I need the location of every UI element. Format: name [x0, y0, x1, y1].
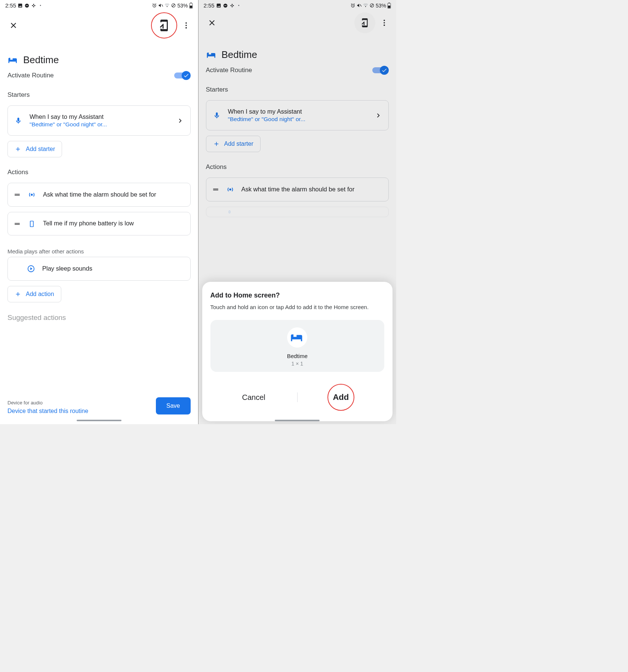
more-button[interactable] [177, 16, 195, 34]
svg-rect-29 [232, 4, 233, 5]
shortcut-preview[interactable]: Bedtime 1 × 1 [210, 320, 385, 372]
bed-icon [206, 49, 217, 61]
action-card-partial[interactable] [206, 207, 389, 217]
svg-rect-20 [15, 223, 20, 224]
screen-left: 2:55 • 53% [0, 0, 198, 424]
alarm-icon [350, 3, 355, 8]
svg-point-14 [185, 22, 187, 24]
svg-point-39 [384, 20, 385, 21]
svg-point-33 [365, 6, 366, 7]
phone-icon [225, 210, 234, 213]
cancel-button[interactable]: Cancel [210, 389, 297, 406]
mic-icon [212, 112, 221, 119]
add-starter-button[interactable]: Add starter [206, 136, 261, 152]
broadcast-icon [226, 185, 235, 194]
close-button[interactable] [203, 14, 221, 32]
dnd-icon [24, 3, 30, 8]
action-text: Tell me if my phone battery is low [43, 220, 184, 227]
dialog-title: Add to Home screen? [210, 292, 385, 299]
svg-point-19 [31, 194, 33, 196]
svg-point-41 [384, 25, 385, 26]
activate-row[interactable]: Activate Routine [7, 71, 191, 80]
bed-icon [7, 55, 19, 66]
device-value[interactable]: Device that started this routine [7, 408, 88, 414]
save-button[interactable]: Save [156, 397, 190, 414]
phone-icon [27, 220, 36, 228]
status-bar: 2:55 • 53% [198, 0, 397, 10]
battery-icon [189, 3, 193, 8]
routine-title-row: Bedtime [206, 49, 389, 61]
drag-handle-icon[interactable] [14, 191, 21, 198]
app-bar [0, 10, 198, 41]
close-button[interactable] [4, 16, 22, 34]
actions-heading: Actions [7, 169, 191, 176]
svg-rect-2 [32, 5, 34, 6]
wifi-icon [164, 3, 170, 8]
add-to-home-button[interactable] [354, 12, 375, 33]
svg-rect-17 [15, 194, 20, 195]
app-bar [198, 10, 397, 36]
drag-handle-icon[interactable] [14, 221, 21, 227]
svg-rect-26 [224, 5, 227, 6]
starters-heading: Starters [7, 91, 191, 99]
mute-icon [158, 3, 163, 8]
routine-name: Bedtime [222, 49, 257, 61]
slack-icon [230, 3, 235, 8]
svg-rect-43 [213, 190, 218, 191]
svg-line-35 [370, 4, 373, 7]
nav-handle[interactable] [77, 420, 121, 421]
mute-icon [357, 3, 362, 8]
starter-subtitle: "Bedtime" or "Good night" or... [228, 116, 368, 123]
svg-rect-21 [15, 224, 20, 225]
svg-point-8 [167, 6, 167, 7]
more-button[interactable] [375, 14, 393, 32]
add-button[interactable]: Add [298, 380, 384, 414]
svg-rect-12 [190, 3, 191, 3]
add-to-home-button[interactable] [151, 12, 177, 38]
block-icon [369, 3, 375, 8]
activate-toggle[interactable] [174, 71, 191, 80]
mic-icon [14, 117, 23, 124]
svg-line-7 [162, 4, 163, 7]
svg-rect-4 [33, 4, 34, 5]
svg-point-40 [384, 22, 385, 24]
battery-icon [387, 3, 391, 8]
svg-rect-5 [33, 6, 34, 7]
chevron-right-icon [374, 111, 382, 120]
action-card-alarm[interactable]: Ask what time the alarm should be set fo… [7, 183, 191, 207]
add-action-button[interactable]: Add action [7, 286, 61, 302]
starter-title: When I say to my Assistant [228, 108, 368, 115]
media-text: Play sleep sounds [42, 265, 184, 272]
svg-line-10 [172, 4, 175, 7]
wifi-icon [363, 3, 368, 8]
routine-title-row: Bedtime [7, 54, 191, 66]
action-card-alarm[interactable]: Ask what time the alarm should be set fo… [206, 178, 389, 201]
dot-icon: • [236, 3, 241, 8]
add-home-dialog: Add to Home screen? Touch and hold an ic… [202, 282, 393, 421]
starter-title: When I say to my Assistant [30, 113, 169, 120]
svg-rect-37 [388, 3, 390, 3]
starter-card[interactable]: When I say to my Assistant "Bedtime" or … [7, 105, 191, 136]
activate-row[interactable]: Activate Routine [206, 66, 389, 75]
nav-handle[interactable] [275, 420, 320, 421]
svg-rect-42 [213, 189, 218, 189]
starter-card[interactable]: When I say to my Assistant "Bedtime" or … [206, 100, 389, 130]
dialog-message: Touch and hold an icon or tap Add to add… [210, 304, 385, 310]
svg-rect-1 [26, 5, 28, 6]
image-icon [216, 3, 221, 8]
drag-handle-icon[interactable] [212, 186, 219, 193]
battery-text: 53% [376, 3, 386, 9]
svg-rect-18 [15, 195, 20, 196]
play-icon [27, 265, 36, 273]
routine-name: Bedtime [23, 54, 59, 66]
status-time: 2:55 [5, 2, 16, 9]
action-card-battery[interactable]: Tell me if my phone battery is low [7, 212, 191, 235]
action-text: Ask what time the alarm should be set fo… [241, 186, 383, 193]
activate-toggle[interactable] [372, 66, 389, 75]
svg-line-32 [360, 4, 361, 7]
shortcut-icon [287, 327, 307, 348]
activate-label: Activate Routine [7, 72, 54, 79]
media-card[interactable]: Play sleep sounds [7, 257, 191, 281]
add-starter-button[interactable]: Add starter [7, 141, 62, 157]
svg-rect-30 [232, 6, 233, 7]
